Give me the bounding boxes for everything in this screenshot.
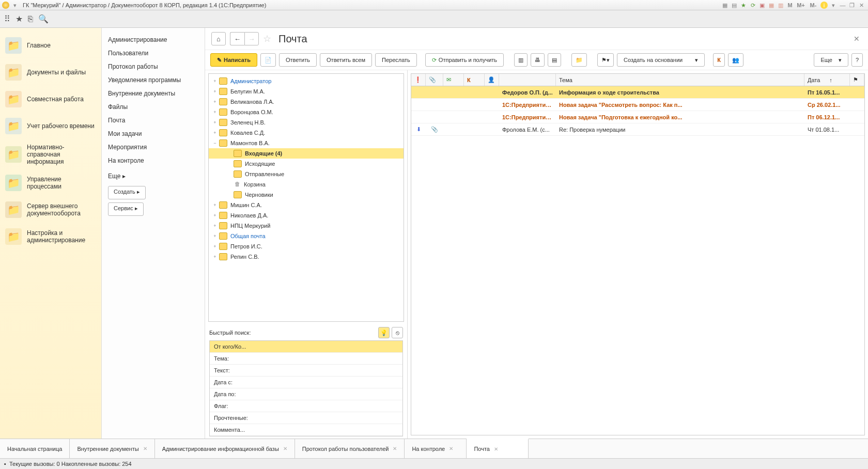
search-field-row[interactable]: От кого/Ко... <box>210 341 402 353</box>
folder-row[interactable]: Исходящие <box>209 159 404 169</box>
close-tab-icon[interactable]: ✕ <box>283 446 287 451</box>
create-based-button[interactable]: Создать на основании▾ <box>617 53 705 67</box>
print-button[interactable]: 🖶 <box>531 53 545 67</box>
send-receive-button[interactable]: ⟳Отправить и получить <box>425 53 504 67</box>
section-link-8[interactable]: Мероприятия <box>108 140 198 154</box>
folder-row[interactable]: +Администратор <box>209 76 404 86</box>
m-minus-button[interactable]: M- <box>808 2 818 9</box>
expand-icon[interactable]: + <box>212 254 218 259</box>
folder-row[interactable]: +Воронцова О.М. <box>209 107 404 117</box>
folder-row[interactable]: +Петров И.С. <box>209 241 404 252</box>
search-field-row[interactable]: Текст: <box>210 365 402 377</box>
k-button[interactable]: К <box>713 53 725 67</box>
favorite-star-icon[interactable]: ☆ <box>263 33 271 44</box>
section-link-0[interactable]: Администрирование <box>108 33 198 46</box>
folder-row[interactable]: +Общая почта <box>209 231 404 241</box>
search-field-row[interactable]: Дата по: <box>210 388 402 400</box>
m-button[interactable]: M <box>786 2 794 9</box>
folder-row[interactable]: +Мишин С.А. <box>209 200 404 210</box>
favorites-icon[interactable]: ★ <box>16 14 23 24</box>
addressbook-button[interactable]: 👥 <box>728 53 743 67</box>
back-button[interactable]: ← <box>230 32 244 45</box>
m-plus-button[interactable]: M+ <box>796 2 806 9</box>
info-icon[interactable]: i <box>820 2 828 9</box>
dropdown-icon[interactable]: ▾ <box>11 2 19 9</box>
expand-icon[interactable]: + <box>212 202 218 208</box>
col-k[interactable]: К <box>464 74 485 86</box>
folder-row[interactable]: 🗑Корзина <box>209 179 404 190</box>
search-field-row[interactable]: Тема: <box>210 353 402 365</box>
col-attachment[interactable]: 📎 <box>426 74 443 86</box>
nav-item-7[interactable]: 📁Настройка и администрирование <box>0 223 101 250</box>
close-window-button[interactable]: ✕ <box>858 2 865 9</box>
window-tab[interactable]: Администрирование информационной базы✕ <box>155 439 295 458</box>
expand-icon[interactable]: + <box>212 89 218 94</box>
section-link-5[interactable]: Файлы <box>108 100 198 114</box>
section-button-1[interactable]: Сервис ▸ <box>108 202 144 216</box>
nav-item-5[interactable]: 📁Управление процессами <box>0 169 101 196</box>
expand-icon[interactable]: + <box>212 99 218 104</box>
calendar-icon[interactable]: ▦ <box>768 2 775 9</box>
col-status[interactable]: ✉ <box>443 74 464 86</box>
home-button[interactable]: ⌂ <box>211 32 226 45</box>
col-flag[interactable]: ⚑ <box>850 74 864 86</box>
nav-item-1[interactable]: 📁Документы и файлы <box>0 59 101 86</box>
message-row[interactable]: 1С:Предприятие ... Новая задача "Подгото… <box>411 111 864 123</box>
section-link-4[interactable]: Внутренние документы <box>108 87 198 100</box>
folder-row[interactable]: +Николаев Д.А. <box>209 210 404 221</box>
nav-item-2[interactable]: 📁Совместная работа <box>0 86 101 113</box>
section-link-3[interactable]: Уведомления программы <box>108 73 198 87</box>
col-subject[interactable]: Тема <box>556 74 804 86</box>
search-field-row[interactable]: Коммента... <box>210 424 402 436</box>
close-page-button[interactable]: ✕ <box>851 33 862 45</box>
expand-icon[interactable]: + <box>212 223 218 228</box>
apps-icon[interactable]: ⠿ <box>4 14 10 24</box>
section-more[interactable]: Еще ▸ <box>108 169 198 183</box>
tb-icon-2[interactable]: ▤ <box>731 2 738 9</box>
expand-icon[interactable]: + <box>212 233 218 239</box>
reply-all-button[interactable]: Ответить всем <box>320 53 372 67</box>
section-link-1[interactable]: Пользователи <box>108 46 198 60</box>
new-from-template-button[interactable]: 📄 <box>260 53 276 67</box>
message-row[interactable]: Федоров О.П. (д... Информация о ходе стр… <box>411 86 864 99</box>
expand-icon[interactable]: − <box>212 140 218 146</box>
forward-button[interactable]: → <box>244 32 259 45</box>
tb-icon-5[interactable]: ▣ <box>758 2 766 9</box>
nav-item-4[interactable]: 📁Нормативно-справочная информация <box>0 139 101 169</box>
window-tab[interactable]: Протокол работы пользователей✕ <box>295 439 405 458</box>
close-tab-icon[interactable]: ✕ <box>393 446 397 451</box>
more-button[interactable]: Еще▾ <box>814 53 848 67</box>
search-field-row[interactable]: Флаг: <box>210 400 402 412</box>
folder-row[interactable]: +Великанова Л.А. <box>209 97 404 107</box>
help-button[interactable]: ? <box>851 53 863 67</box>
section-link-2[interactable]: Протокол работы <box>108 60 198 73</box>
flag-button[interactable]: ⚑▾ <box>597 53 614 67</box>
write-button[interactable]: ✎Написать <box>210 53 257 67</box>
folder-row[interactable]: Входящие (4) <box>209 148 404 159</box>
expand-icon[interactable]: + <box>212 120 218 125</box>
folder-row[interactable]: −Мамонтов В.А. <box>209 138 404 148</box>
window-tab[interactable]: Внутренние документы✕ <box>70 439 154 458</box>
tb-btn-1[interactable]: ▥ <box>514 53 528 67</box>
dd2-icon[interactable]: ▾ <box>830 2 837 9</box>
tb-icon-7[interactable]: ▥ <box>777 2 784 9</box>
hint-button[interactable]: 💡 <box>378 327 390 338</box>
minimize-button[interactable]: — <box>839 2 846 9</box>
col-user-icon[interactable]: 👤 <box>485 74 499 86</box>
close-tab-icon[interactable]: ✕ <box>449 446 453 451</box>
search-icon[interactable]: 🔍 <box>38 14 49 24</box>
tb-btn-3[interactable]: ▤ <box>548 53 561 67</box>
folder-row[interactable]: +Ковалев С.Д. <box>209 128 404 138</box>
close-tab-icon[interactable]: ✕ <box>143 446 147 451</box>
expand-icon[interactable]: + <box>212 79 218 84</box>
folder-row[interactable]: Черновики <box>209 190 404 200</box>
reply-button[interactable]: Ответить <box>279 53 317 67</box>
expand-icon[interactable]: + <box>212 110 218 115</box>
message-row[interactable]: ⬇ 📎 Фролова Е.М. (с... Re: Проверка нуме… <box>411 123 864 136</box>
star-icon[interactable]: ★ <box>740 2 747 9</box>
forward-button[interactable]: Переслать <box>375 53 417 67</box>
nav-item-6[interactable]: 📁Сервер внешнего документооборота <box>0 196 101 223</box>
search-field-row[interactable]: Дата с: <box>210 377 402 388</box>
section-button-0[interactable]: Создать ▸ <box>108 186 146 199</box>
move-button[interactable]: 📁 <box>571 53 587 67</box>
